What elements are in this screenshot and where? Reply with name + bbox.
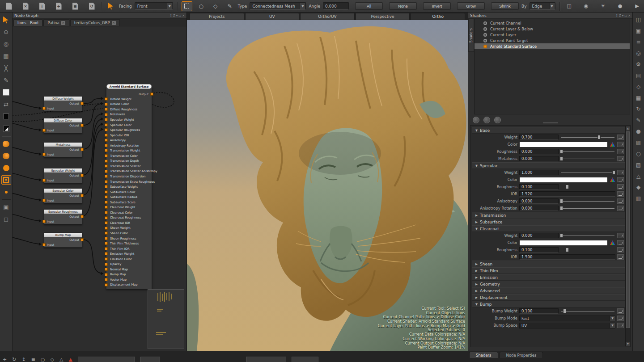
input-port[interactable] <box>105 123 108 126</box>
input-port[interactable] <box>105 201 108 204</box>
colors-icon[interactable]: ◇ <box>635 83 643 90</box>
slider-handle[interactable] <box>560 156 563 161</box>
value-input[interactable]: 0.000 <box>519 233 559 238</box>
shader-action-icon[interactable] <box>473 117 479 123</box>
panel-control-icons[interactable]: ↕Z▾◻× <box>615 13 631 18</box>
triangle-icon[interactable]: △ <box>59 357 63 362</box>
row-action-icon[interactable] <box>617 191 624 197</box>
slider-handle[interactable] <box>560 199 563 203</box>
arnold-standard-surface-node[interactable]: Arnold Standard Surface Output Diffuse W… <box>106 87 152 289</box>
polygon-select-icon[interactable]: ◇ <box>210 1 221 11</box>
input-port[interactable] <box>105 268 108 271</box>
row-action-icon[interactable] <box>617 206 624 211</box>
input-port[interactable] <box>105 144 108 147</box>
input-port[interactable] <box>105 134 108 137</box>
panel-control-icons[interactable]: ↕Z▾◻× <box>169 13 185 18</box>
input-port[interactable] <box>105 190 108 194</box>
texture-set-icon[interactable]: ▨ <box>635 139 643 146</box>
dot-tool-icon[interactable] <box>1 187 11 197</box>
bottom-dropdown-box[interactable] <box>78 357 135 362</box>
row-action-icon[interactable] <box>617 156 624 161</box>
section-header-displacement[interactable]: ▶Displacement <box>472 294 625 301</box>
panel-control-icon[interactable]: ▾ <box>622 13 624 18</box>
panel-control-icon[interactable]: ◻ <box>178 13 181 18</box>
shader-list-item[interactable]: Current Channel <box>475 20 630 26</box>
input-port[interactable] <box>105 263 108 266</box>
viewport-tab-projects[interactable]: Projects <box>190 13 244 20</box>
bottom-field-box[interactable] <box>140 357 160 362</box>
play-icon[interactable]: ▶ <box>632 1 643 11</box>
dropdown-bump-space[interactable]: UV▼ <box>519 323 615 328</box>
input-port[interactable] <box>105 175 108 178</box>
bottom-field-box[interactable] <box>246 357 286 362</box>
slider-handle[interactable] <box>560 149 563 154</box>
slider-track[interactable] <box>560 170 615 175</box>
node-graph-tab[interactable]: lions - Root <box>13 19 42 26</box>
row-action-icon[interactable] <box>617 135 624 140</box>
input-port[interactable] <box>105 283 108 286</box>
row-action-icon[interactable] <box>617 254 624 260</box>
input-port[interactable] <box>105 154 108 157</box>
gem-icon[interactable]: ◆ <box>635 184 643 191</box>
slider-track[interactable] <box>560 308 615 314</box>
paint-canvas[interactable]: Current Tool: Select (S)Current Object: … <box>187 20 468 351</box>
row-action-icon[interactable] <box>617 170 624 175</box>
input-port[interactable] <box>42 199 46 202</box>
panel-control-icon[interactable]: Z <box>173 13 175 18</box>
input-port[interactable] <box>105 160 108 163</box>
node-graph-tab[interactable]: tertiaryColors_GRP× <box>70 19 120 26</box>
value-input[interactable]: 0.100 <box>519 247 559 253</box>
node-graph-tab[interactable]: Patina× <box>43 19 69 26</box>
input-port[interactable] <box>105 247 108 250</box>
value-input[interactable]: 1.520 <box>519 191 615 197</box>
layers-icon[interactable]: ▣ <box>635 27 643 34</box>
input-port[interactable] <box>105 195 108 198</box>
color-swatch-bar[interactable] <box>519 142 608 147</box>
invert-button[interactable]: Invert <box>423 2 451 10</box>
facing-dropdown[interactable]: Front▼ <box>135 2 173 10</box>
patches-icon[interactable]: ▣ <box>1 202 11 212</box>
input-port[interactable] <box>105 273 108 276</box>
slider-track[interactable] <box>560 184 615 189</box>
objects-icon[interactable]: ◻ <box>1 215 11 224</box>
section-header-specular[interactable]: ▼Specular <box>472 162 625 169</box>
by-dropdown[interactable]: Edge▼ <box>530 2 555 10</box>
row-action-icon[interactable] <box>617 308 624 314</box>
slider-track[interactable] <box>560 247 615 253</box>
node-graph-canvas[interactable]: Diffuse WeightOutputInputDiffuse ColorOu… <box>13 26 186 351</box>
properties-scrollbar[interactable]: ▲ ▼ <box>625 126 630 346</box>
node-graph-minimap[interactable] <box>148 289 184 349</box>
section-header-advanced[interactable]: ▶Advanced <box>472 287 625 294</box>
input-port[interactable] <box>105 278 108 281</box>
value-input[interactable]: 0.000 <box>519 198 559 204</box>
patches-icon[interactable]: ▦ <box>635 94 643 101</box>
row-action-icon[interactable] <box>617 247 624 253</box>
marquee-select-icon[interactable] <box>182 1 192 11</box>
bottom-field-box[interactable] <box>292 357 318 362</box>
panel-control-icon[interactable]: Z <box>619 13 621 18</box>
slider-handle[interactable] <box>563 309 566 313</box>
input-port[interactable] <box>105 149 108 152</box>
panel-control-icon[interactable]: × <box>628 13 631 18</box>
session-icon[interactable]: ↺ <box>86 1 97 11</box>
input-port[interactable] <box>105 242 108 245</box>
panel-control-icon[interactable]: × <box>182 13 185 18</box>
section-header-thin-film[interactable]: ▶Thin Film <box>472 267 625 274</box>
channel-node[interactable]: Specular WeightOutputInput <box>44 168 82 183</box>
value-input[interactable]: 0.000 <box>519 206 559 211</box>
shader-list-item[interactable]: Current Paint Target <box>475 38 630 43</box>
output-port[interactable] <box>80 215 84 218</box>
section-header-emission[interactable]: ▶Emission <box>472 274 625 281</box>
output-port[interactable] <box>80 194 84 197</box>
bottom-tab-shaders[interactable]: Shaders <box>469 352 498 358</box>
input-port[interactable] <box>42 153 46 156</box>
value-input[interactable]: 1.000 <box>519 170 559 175</box>
output-port[interactable] <box>80 148 84 151</box>
input-port[interactable] <box>42 129 46 132</box>
input-port[interactable] <box>105 128 108 131</box>
viewport-tab-perspective[interactable]: Perspective <box>356 13 410 20</box>
bottom-tab-node-properties[interactable]: Node Properties <box>500 352 543 358</box>
input-port[interactable] <box>105 118 108 121</box>
viewport-tab-orthouv[interactable]: Ortho/UV <box>300 13 355 20</box>
slider-track[interactable] <box>560 156 615 161</box>
